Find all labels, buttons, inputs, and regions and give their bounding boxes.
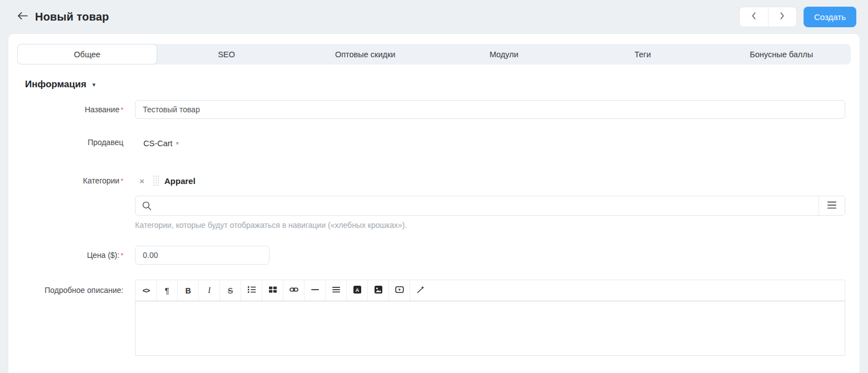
drag-handle-icon[interactable] [153,175,159,186]
bold-icon: B [185,286,191,295]
horizontal-rule-button[interactable] [305,280,326,301]
paragraph-icon: ¶ [164,286,169,295]
link-button[interactable] [283,280,305,301]
description-label: Подробное описание: [44,286,123,295]
magic-wand-button[interactable] [410,280,431,301]
align-button[interactable] [326,280,347,301]
tab-seo[interactable]: SEO [157,44,296,64]
category-search-box [135,196,845,216]
code-button[interactable]: <> [136,280,157,301]
image-button[interactable] [368,280,389,301]
create-button[interactable]: Создать [804,7,856,27]
magic-wand-icon [416,285,425,296]
required-asterisk: * [121,251,123,260]
chevron-left-icon [751,12,756,22]
text-block-button[interactable]: A [347,280,368,301]
blocks-icon [268,285,277,296]
strikethrough-icon: S [228,286,233,295]
category-chip: × Apparel [135,173,845,188]
text-block-icon: A [353,285,362,296]
description-editor-content[interactable] [135,301,845,356]
bullet-list-icon [247,285,256,296]
top-bar: Новый товар Создать [0,0,868,33]
horizontal-rule-icon [311,285,320,296]
prev-next-group [739,7,797,27]
link-icon [290,285,298,296]
svg-text:A: A [355,287,359,293]
product-name-row: Название* [17,100,851,119]
product-name-label: Название [84,105,119,114]
next-item-button[interactable] [768,7,796,27]
product-name-input[interactable] [135,100,845,119]
tab-tags[interactable]: Теги [573,44,712,64]
menu-icon [827,201,837,211]
page-title: Новый товар [35,11,109,23]
category-picker-button[interactable] [819,196,845,215]
section-title: Информация [25,79,86,90]
tab-bonus-points[interactable]: Бонусные баллы [712,44,851,64]
italic-icon: I [208,286,211,295]
categories-row: Категории* × Apparel [17,173,851,230]
bold-button[interactable]: B [178,280,199,301]
tab-wholesale-discounts[interactable]: Оптовые скидки [296,44,435,64]
vendor-dropdown[interactable]: CS-Cart ▾ [143,139,178,148]
description-row: Подробное описание: <> ¶ B I S [17,280,851,356]
selected-category-name: Apparel [164,176,196,186]
required-asterisk: * [121,106,123,114]
vendor-label: Продавец [88,138,123,147]
editor-toolbar: <> ¶ B I S [135,280,845,301]
category-search-input[interactable] [158,196,819,215]
blocks-button[interactable] [262,280,283,301]
bullet-list-button[interactable] [241,280,262,301]
strikethrough-button[interactable]: S [220,280,241,301]
caret-down-icon: ▾ [176,141,178,146]
image-icon [374,285,383,296]
previous-item-button[interactable] [740,7,768,27]
required-asterisk: * [121,177,123,185]
tab-general[interactable]: Общее [17,44,157,64]
price-label: Цена ($): [87,251,119,260]
paragraph-button[interactable]: ¶ [157,280,178,301]
video-button[interactable] [389,280,410,301]
categories-label: Категории [83,176,119,185]
video-icon [395,285,404,296]
back-button[interactable] [15,9,29,24]
italic-button[interactable]: I [199,280,220,301]
price-input[interactable] [135,246,270,265]
vendor-row: Продавец CS-Cart ▾ [17,138,851,151]
section-information-header[interactable]: Информация ▾ [25,79,851,90]
arrow-left-icon [17,12,28,22]
tab-bar: Общее SEO Оптовые скидки Модули Теги Бон… [17,44,851,64]
code-icon: <> [142,286,149,295]
search-icon [136,196,158,215]
chevron-right-icon [780,12,785,22]
align-icon [332,285,341,296]
product-form-card: Общее SEO Оптовые скидки Модули Теги Бон… [8,33,860,373]
rich-text-editor: <> ¶ B I S [135,280,845,356]
categories-help-text: Категории, которые будут отображаться в … [135,221,845,230]
chevron-down-icon: ▾ [92,82,96,88]
remove-category-icon[interactable]: × [139,177,144,185]
tab-modules[interactable]: Модули [435,44,573,64]
vendor-value: CS-Cart [143,139,172,148]
price-row: Цена ($):* [17,246,851,265]
